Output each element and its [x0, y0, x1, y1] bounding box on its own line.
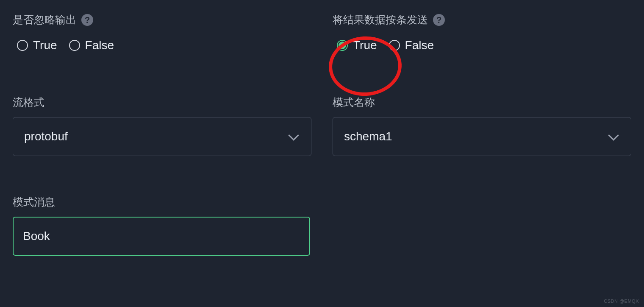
- radio-label: False: [405, 39, 434, 52]
- select-value: schema1: [344, 130, 392, 143]
- radio-label: False: [85, 39, 114, 52]
- field-label-stream-format: 流格式: [13, 95, 311, 109]
- select-schema-name[interactable]: schema1: [333, 117, 631, 156]
- chevron-down-icon: [288, 130, 299, 140]
- form-grid: 是否忽略输出 ? True False 将结果数据按条发送 ? True: [13, 13, 631, 256]
- field-label-ignore-output: 是否忽略输出: [13, 13, 76, 27]
- field-ignore-output: 是否忽略输出 ? True False: [13, 13, 311, 52]
- field-schema-message: 模式消息: [13, 181, 311, 256]
- radio-circle-icon: [389, 40, 400, 51]
- radio-circle-icon: [69, 40, 80, 51]
- radio-send-single-true[interactable]: True: [337, 39, 377, 52]
- field-label-schema-name: 模式名称: [333, 95, 631, 109]
- select-stream-format[interactable]: protobuf: [13, 117, 311, 156]
- label-row: 将结果数据按条发送 ?: [333, 13, 631, 27]
- field-send-single: 将结果数据按条发送 ? True False: [333, 13, 631, 52]
- radio-group-ignore-output: True False: [13, 39, 311, 52]
- radio-circle-icon: [17, 40, 28, 51]
- input-schema-message[interactable]: [13, 217, 310, 256]
- radio-group-send-single: True False: [333, 39, 631, 52]
- radio-dot-icon: [339, 42, 346, 49]
- help-icon[interactable]: ?: [81, 14, 93, 26]
- field-label-send-single: 将结果数据按条发送: [333, 13, 428, 27]
- select-value: protobuf: [24, 130, 68, 143]
- field-label-schema-message: 模式消息: [13, 195, 311, 209]
- radio-ignore-output-true[interactable]: True: [17, 39, 57, 52]
- radio-label: True: [353, 39, 377, 52]
- radio-label: True: [33, 39, 57, 52]
- radio-circle-icon: [337, 40, 348, 51]
- label-row: 是否忽略输出 ?: [13, 13, 311, 27]
- chevron-down-icon: [608, 130, 619, 140]
- help-icon[interactable]: ?: [433, 14, 445, 26]
- radio-ignore-output-false[interactable]: False: [69, 39, 114, 52]
- field-schema-name: 模式名称 schema1: [333, 78, 631, 156]
- watermark: CSDN @EMQX: [604, 299, 639, 304]
- radio-send-single-false[interactable]: False: [389, 39, 434, 52]
- field-stream-format: 流格式 protobuf: [13, 78, 311, 156]
